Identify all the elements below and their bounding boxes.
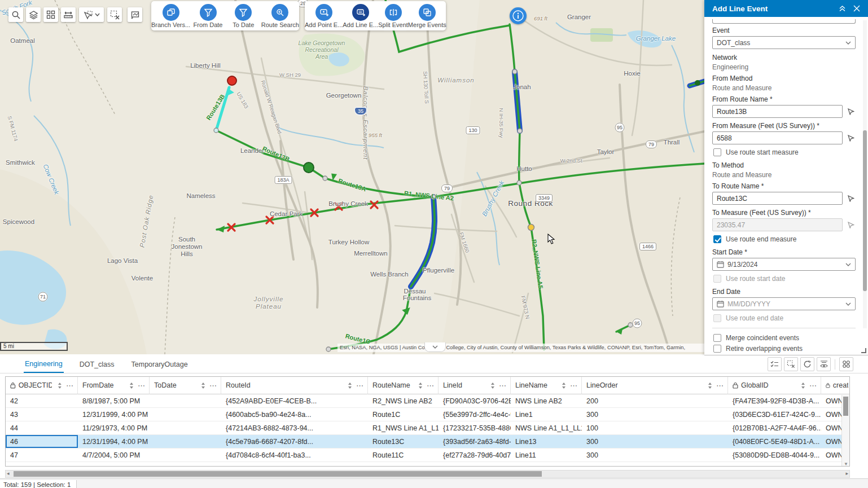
use-route-start-measure-row[interactable]: Use route start measure [713,148,856,156]
scrollbar-thumb[interactable] [863,130,867,291]
sort-icon[interactable] [348,382,352,389]
to-date-button[interactable]: To Date [226,4,261,28]
column-header-todate[interactable]: ToDate⋯ [150,377,221,394]
sort-icon[interactable] [490,382,495,389]
scroll-right-arrow[interactable]: ▸ [845,471,848,476]
column-menu-icon[interactable]: ⋯ [499,381,507,390]
table-cell[interactable]: R1_NWS Line A1_L2_LL1 [368,462,439,467]
merge-events-button[interactable]: Merge Events [408,4,446,28]
table-cell[interactable]: 47 [6,449,78,462]
measure-button[interactable] [61,7,76,22]
tab-dot-class[interactable]: DOT_class [78,357,116,372]
sort-icon[interactable] [708,382,712,389]
table-cell[interactable]: 46 [6,435,78,449]
split-event-button[interactable]: Split Event [378,4,408,28]
table-cell[interactable] [150,421,221,435]
column-menu-icon[interactable]: ⋯ [809,381,817,390]
table-cell[interactable]: {38899472-B4B4-4098-9... [728,462,821,467]
table-cell[interactable]: NWS Line A1_L1_LL1 [511,421,582,435]
table-cell[interactable] [150,435,221,449]
attribution-collapse-tab[interactable] [424,342,446,352]
merge-coincident-checkbox[interactable] [713,334,721,342]
sort-icon[interactable] [801,382,805,389]
table-cell[interactable]: 44 [6,421,78,435]
table-cell[interactable]: 48 [6,462,78,467]
search-button[interactable] [8,7,23,22]
branch-version-button[interactable]: Branch Vers... [151,4,190,28]
table-cell[interactable]: 100 [582,421,728,435]
sort-icon[interactable] [201,382,205,389]
table-cell[interactable]: {4600abc5-ba90-4e24-8a... [221,408,368,421]
retire-overlapping-checkbox[interactable] [713,345,721,353]
column-menu-icon[interactable]: ⋯ [209,381,217,390]
from-route-name-input[interactable] [712,105,843,118]
table-cell[interactable]: {55e3997d-2ffc-4e4c-9a6... [439,408,511,421]
column-menu-icon[interactable]: ⋯ [427,381,435,390]
table-cell[interactable]: {17233217-535B-488C-82... [439,421,511,435]
table-cell[interactable]: {012B70B1-A2F7-4A4F-96... [728,421,821,435]
table-cell[interactable]: Route13C [368,435,439,449]
table-cell[interactable]: 300 [582,408,728,421]
table-row[interactable]: 4810/31/2013, 4:00 PM{B4ABD077-0770-44F0… [6,462,849,467]
table-cell[interactable]: 43 [6,408,78,421]
table-cell[interactable]: Line1 [511,408,582,421]
table-cell[interactable]: Route11C [368,449,439,462]
select-tool-button[interactable] [79,7,104,22]
event-select[interactable]: DOT_class [712,36,856,49]
table-cell[interactable]: {FD90A03C-9706-42BC-9... [439,394,511,408]
table-cell[interactable]: {ef277a28-79d6-40d7-be... [439,449,511,462]
table-cell[interactable] [150,394,221,408]
table-row[interactable]: 4411/29/1973, 4:00 PM{47214AB3-6882-4873… [6,421,849,435]
pick-from-measure-button[interactable] [845,134,856,142]
table-row[interactable]: 4312/31/1999, 4:00 PM{4600abc5-ba90-4e24… [6,408,849,421]
table-cell[interactable]: {0408E0FC-5E49-48D1-A... [728,435,821,449]
table-cell[interactable] [150,449,221,462]
add-line-event-button[interactable]: Add Line E... [343,4,378,28]
table-horizontal-scrollbar[interactable]: ◂ ▸ [5,470,850,478]
table-row[interactable]: 428/8/1987, 5:00 PM{452A9ABD-E0EF-4CEB-B… [6,394,849,408]
sort-icon[interactable] [418,382,423,389]
layers-button[interactable] [26,7,41,22]
use-route-end-measure-row[interactable]: Use route end measure [713,235,856,243]
collapse-panel-button[interactable] [836,3,848,14]
table-row[interactable]: 4612/31/1994, 4:00 PM{4c5e79a6-6687-4207… [6,435,849,449]
table-cell[interactable]: 11/29/1973, 4:00 PM [78,421,150,435]
column-menu-icon[interactable]: ⋯ [66,381,74,390]
table-cell[interactable]: Line13 [511,435,582,449]
table-cell[interactable]: 100 [582,462,728,467]
add-point-event-button[interactable]: Add Point E... [305,4,343,28]
column-header-fromdate[interactable]: FromDate⋯ [78,377,150,394]
table-cell[interactable] [150,408,221,421]
tab-temporary-outage[interactable]: TemporaryOutage [130,357,189,372]
sketch-tool-button[interactable] [128,7,142,22]
info-button[interactable] [510,7,527,24]
sort-icon[interactable] [129,382,134,389]
basemap-button[interactable] [43,7,58,22]
pick-from-route-button[interactable] [845,108,856,115]
table-cell[interactable]: {FA47E394-92F8-4D3B-A... [728,394,821,408]
map-canvas[interactable]: South ForkOatmealSmithwickSpicewoodS FM … [0,0,704,354]
column-header-objectid[interactable]: OBJECTID⋯ [6,377,78,394]
table-cell[interactable]: NWS Line A1_L2_LL1 [511,462,582,467]
column-header-globalid[interactable]: GlobalID⋯ [728,377,821,394]
panel-resize-handle[interactable] [861,348,866,353]
table-cell[interactable]: {4d7084c8-6cf4-40f1-ba3... [221,449,368,462]
table-cell[interactable]: NWS Line AB2 [511,394,582,408]
table-cell[interactable]: R2_NWS Line AB2 [368,394,439,408]
to-route-name-input[interactable] [712,192,843,205]
table-cell[interactable]: R1_NWS Line A1_L1_LL1 [368,421,439,435]
table-cell[interactable]: {4c5e79a6-6687-4207-8fd... [221,435,368,449]
start-date-picker[interactable]: 9/13/2024 [712,258,856,271]
table-cell[interactable]: 4/7/2004, 5:00 PM [78,449,150,462]
column-menu-icon[interactable]: ⋯ [716,381,724,390]
close-panel-button[interactable] [851,3,862,14]
table-visibility-button[interactable] [817,357,831,371]
column-header-linename[interactable]: LineName⋯ [511,377,582,394]
column-menu-icon[interactable]: ⋯ [356,381,364,390]
table-cell[interactable]: {452A9ABD-E0EF-4CEB-B... [221,394,368,408]
table-vertical-scrollbar[interactable]: ▼ [841,395,849,467]
sort-icon[interactable] [562,382,566,389]
use-route-start-measure-checkbox[interactable] [713,148,721,156]
table-row[interactable]: 474/7/2004, 5:00 PM{4d7084c8-6cf4-40f1-b… [6,449,849,462]
table-cell[interactable]: {03D6EC3D-61E7-424C-9... [728,408,821,421]
